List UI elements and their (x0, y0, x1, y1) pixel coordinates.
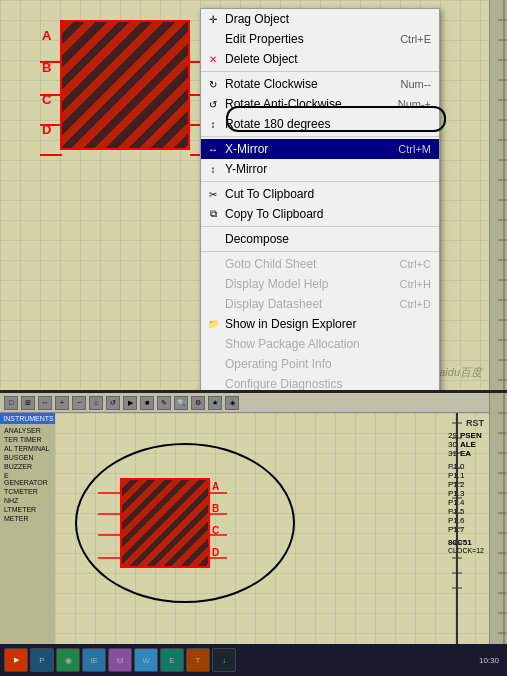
shortcut-rotate-cw: Num-- (400, 78, 431, 90)
panel-item-terminal[interactable]: AL TERMINAL (2, 444, 55, 453)
taskbar-start[interactable]: ▶ (4, 648, 28, 672)
right-border-lines (447, 413, 467, 653)
taskbar-app-4[interactable]: M (108, 648, 132, 672)
bottom-toolbar: □ ⊞ ↔ + − ⌂ ↺ ▶ ■ ✎ 🔍 ⚙ ★ ◈ (0, 393, 507, 413)
panel-item-ltmeter[interactable]: LTMETER (2, 505, 55, 514)
taskbar-app-5[interactable]: W (134, 648, 158, 672)
menu-label-rotate-cw: Rotate Clockwise (225, 77, 318, 91)
toolbar-icon-12[interactable]: ⚙ (191, 396, 205, 410)
menu-item-drag-object[interactable]: ✛ Drag Object (201, 9, 439, 29)
panel-item-tcmeter[interactable]: TCMETER (2, 487, 55, 496)
right-ruler-bottom (489, 393, 507, 647)
toolbar-icon-1[interactable]: □ (4, 396, 18, 410)
pin-lines (0, 20, 200, 170)
rotate-180-icon: ↕ (206, 117, 220, 131)
shortcut-x-mirror: Ctrl+M (398, 143, 431, 155)
panel-item-busgen[interactable]: BUSGEN (2, 453, 55, 462)
rotate-cw-icon: ↻ (206, 77, 220, 91)
y-mirror-icon: ↕ (206, 162, 220, 176)
context-menu: ✛ Drag Object Edit Properties Ctrl+E ✕ D… (200, 8, 440, 390)
panel-item-meter[interactable]: METER (2, 514, 55, 523)
shortcut-edit: Ctrl+E (400, 33, 431, 45)
model-help-icon (206, 277, 220, 291)
menu-item-package-allocation[interactable]: Show Package Allocation (201, 334, 439, 354)
menu-label-rotate-ccw: Rotate Anti-Clockwise (225, 97, 342, 111)
menu-item-decompose[interactable]: Decompose (201, 229, 439, 249)
menu-label-x-mirror: X-Mirror (225, 142, 268, 156)
menu-item-diagnostics[interactable]: Configure Diagnostics (201, 374, 439, 390)
toolbar-icon-13[interactable]: ★ (208, 396, 222, 410)
toolbar-icon-7[interactable]: ↺ (106, 396, 120, 410)
panel-item-nhz[interactable]: NHZ (2, 496, 55, 505)
shortcut-rotate-ccw: Num-+ (398, 98, 431, 110)
menu-item-rotate-ccw[interactable]: ↺ Rotate Anti-Clockwise Num-+ (201, 94, 439, 114)
panel-item-analyser[interactable]: ANALYSER (2, 426, 55, 435)
shortcut-datasheet: Ctrl+D (400, 298, 431, 310)
menu-label-diagnostics: Configure Diagnostics (225, 377, 342, 390)
menu-item-edit-properties[interactable]: Edit Properties Ctrl+E (201, 29, 439, 49)
menu-label-op-point: Operating Point Info (225, 357, 332, 371)
menu-label-datasheet: Display Datasheet (225, 297, 322, 311)
toolbar-icon-3[interactable]: ↔ (38, 396, 52, 410)
taskbar-app-3[interactable]: IE (82, 648, 106, 672)
toolbar-icon-6[interactable]: ⌂ (89, 396, 103, 410)
taskbar-app-7[interactable]: T (186, 648, 210, 672)
menu-item-x-mirror[interactable]: ↔ X-Mirror Ctrl+M (201, 139, 439, 159)
menu-item-model-help[interactable]: Display Model Help Ctrl+H (201, 274, 439, 294)
bottom-schematic-area: □ ⊞ ↔ + − ⌂ ↺ ▶ ■ ✎ 🔍 ⚙ ★ ◈ INSTRUMENTS … (0, 390, 507, 676)
menu-label-rotate-180: Rotate 180 degrees (225, 117, 330, 131)
taskbar-clock: 10:30 (475, 648, 503, 672)
menu-label-copy: Copy To Clipboard (225, 207, 324, 221)
rotate-ccw-icon: ↺ (206, 97, 220, 111)
op-point-icon (206, 357, 220, 371)
decompose-icon (206, 232, 220, 246)
package-alloc-icon (206, 337, 220, 351)
menu-item-rotate-cw[interactable]: ↻ Rotate Clockwise Num-- (201, 74, 439, 94)
menu-item-goto-child[interactable]: Goto Child Sheet Ctrl+C (201, 254, 439, 274)
menu-label-goto-child: Goto Child Sheet (225, 257, 316, 271)
toolbar-icon-2[interactable]: ⊞ (21, 396, 35, 410)
separator-5 (201, 251, 439, 252)
menu-item-y-mirror[interactable]: ↕ Y-Mirror (201, 159, 439, 179)
taskbar: ▶ P ◉ IE M W E T ↓ 10:30 (0, 644, 507, 676)
menu-item-design-explorer[interactable]: 📁 Show in Design Explorer (201, 314, 439, 334)
toolbar-icon-5[interactable]: − (72, 396, 86, 410)
toolbar-icon-9[interactable]: ■ (140, 396, 154, 410)
menu-item-rotate-180[interactable]: ↕ Rotate 180 degrees (201, 114, 439, 134)
menu-item-copy[interactable]: ⧉ Copy To Clipboard (201, 204, 439, 224)
small-pin-lines (55, 413, 355, 613)
toolbar-icon-14[interactable]: ◈ (225, 396, 239, 410)
panel-item-generator[interactable]: E GENERATOR (2, 471, 55, 487)
design-explorer-icon: 📁 (206, 317, 220, 331)
panel-item-buzzer[interactable]: BUZZER (2, 462, 55, 471)
panel-item-ter-timer[interactable]: TER TIMER (2, 435, 55, 444)
menu-label-model-help: Display Model Help (225, 277, 328, 291)
taskbar-app-8[interactable]: ↓ (212, 648, 236, 672)
toolbar-icon-8[interactable]: ▶ (123, 396, 137, 410)
separator-1 (201, 71, 439, 72)
menu-label-y-mirror: Y-Mirror (225, 162, 267, 176)
separator-4 (201, 226, 439, 227)
menu-item-delete[interactable]: ✕ Delete Object (201, 49, 439, 69)
panel-header: INSTRUMENTS (0, 413, 57, 424)
menu-item-cut[interactable]: ✂ Cut To Clipboard (201, 184, 439, 204)
shortcut-model-help: Ctrl+H (400, 278, 431, 290)
goto-child-icon (206, 257, 220, 271)
copy-icon: ⧉ (206, 207, 220, 221)
toolbar-icon-11[interactable]: 🔍 (174, 396, 188, 410)
toolbar-icon-10[interactable]: ✎ (157, 396, 171, 410)
menu-item-datasheet[interactable]: Display Datasheet Ctrl+D (201, 294, 439, 314)
menu-label-drag: Drag Object (225, 12, 289, 26)
menu-label-delete: Delete Object (225, 52, 298, 66)
menu-label-design-explorer: Show in Design Explorer (225, 317, 356, 331)
edit-icon (206, 32, 220, 46)
taskbar-app-2[interactable]: ◉ (56, 648, 80, 672)
toolbar-icon-4[interactable]: + (55, 396, 69, 410)
taskbar-app-6[interactable]: E (160, 648, 184, 672)
bottom-canvas: A B C D RST 29 PSEN 30 ALE (55, 413, 489, 667)
separator-3 (201, 181, 439, 182)
taskbar-app-1[interactable]: P (30, 648, 54, 672)
cut-icon: ✂ (206, 187, 220, 201)
menu-item-op-point[interactable]: Operating Point Info (201, 354, 439, 374)
ruler-ticks-top (490, 0, 507, 390)
